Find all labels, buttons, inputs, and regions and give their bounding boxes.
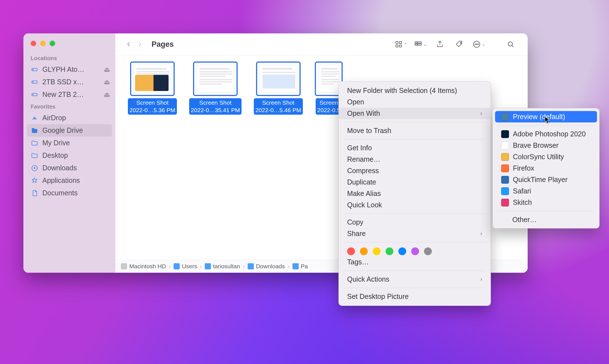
file-thumbnail[interactable] (193, 62, 238, 96)
download-icon (31, 164, 38, 172)
eject-icon[interactable]: ⏏ (104, 78, 110, 86)
sidebar-item-drive[interactable]: GLYPH Ato… ⏏ (23, 63, 115, 76)
menu-separator (344, 288, 486, 288)
svg-rect-16 (418, 42, 422, 43)
submenu-item-firefox[interactable]: Firefox (495, 163, 597, 174)
menu-item-compress[interactable]: Compress (339, 165, 491, 176)
file-item[interactable]: Screen Shot2022-0…35.41 PM (186, 62, 245, 115)
path-segment[interactable]: Users (174, 263, 197, 270)
sidebar-item-downloads[interactable]: Downloads (23, 162, 115, 174)
file-thumbnail[interactable] (130, 62, 175, 96)
path-segment[interactable]: Downloads (248, 263, 285, 270)
context-menu: New Folder with Selection (4 Items) Open… (338, 81, 491, 306)
menu-item-set-desktop-picture[interactable]: Set Desktop Picture (339, 291, 491, 302)
eject-icon[interactable]: ⏏ (104, 90, 110, 99)
menu-item-get-info[interactable]: Get Info (339, 142, 491, 154)
forward-button[interactable] (134, 39, 145, 50)
sidebar-item-my-drive[interactable]: My Drive (23, 137, 115, 149)
app-icon (501, 199, 509, 206)
file-thumbnail[interactable] (256, 62, 301, 96)
sidebar-item-label: AirDrop (42, 114, 110, 122)
menu-separator (344, 213, 486, 214)
tags-button[interactable] (452, 38, 467, 50)
tag-yellow[interactable] (373, 247, 381, 255)
svg-rect-12 (396, 45, 398, 47)
path-label: Users (182, 263, 197, 270)
svg-rect-10 (396, 41, 398, 44)
menu-item-quick-look[interactable]: Quick Look (339, 199, 491, 211)
folder-icon (293, 263, 299, 269)
submenu-item-skitch[interactable]: Skitch (495, 197, 597, 208)
menu-separator (344, 139, 486, 139)
menu-item-share[interactable]: Share› (339, 228, 491, 239)
submenu-item-preview[interactable]: Preview (default) (495, 111, 597, 122)
file-item[interactable]: Screen Shot2022-0…5.36 PM (123, 62, 182, 115)
submenu-item-safari[interactable]: Safari (495, 185, 597, 197)
tag-purple[interactable] (411, 247, 419, 255)
file-item[interactable]: Screen Shot2022-0…5.46 PM (249, 62, 308, 115)
tag-green[interactable] (386, 247, 393, 255)
chevron-right-icon: › (169, 263, 171, 270)
tag-orange[interactable] (360, 247, 368, 255)
menu-item-open-with[interactable]: Open With› (339, 108, 491, 119)
menu-item-move-to-trash[interactable]: Move to Trash (339, 125, 491, 136)
tag-blue[interactable] (398, 247, 406, 255)
eject-icon[interactable]: ⏏ (104, 65, 110, 73)
menu-item-rename[interactable]: Rename… (339, 154, 491, 165)
svg-point-3 (33, 82, 33, 82)
sidebar-item-drive[interactable]: 2TB SSD x… ⏏ (23, 76, 115, 88)
tag-red[interactable] (347, 247, 355, 255)
menu-item-tags[interactable]: Tags… (339, 256, 491, 268)
sidebar-item-applications[interactable]: Applications (23, 174, 115, 187)
submenu-item-quicktime[interactable]: QuickTime Player (495, 174, 597, 185)
submenu-item-photoshop[interactable]: Adobe Photoshop 2020 (495, 128, 597, 140)
app-icon (501, 130, 509, 138)
share-button[interactable] (432, 38, 447, 50)
sidebar-item-documents[interactable]: Documents (23, 187, 115, 199)
minimize-window-button[interactable] (40, 41, 46, 46)
menu-item-open[interactable]: Open (339, 96, 491, 108)
view-icons-button[interactable]: ⌃ (393, 38, 408, 50)
path-segment[interactable]: tariosultan (205, 263, 240, 270)
svg-rect-17 (418, 44, 422, 45)
sidebar-item-drive[interactable]: New 2TB 2… ⏏ (23, 88, 115, 101)
folder-icon (248, 263, 254, 269)
back-button[interactable] (123, 39, 134, 50)
menu-item-make-alias[interactable]: Make Alias (339, 188, 491, 199)
path-segment[interactable]: Macintosh HD (121, 263, 166, 270)
menu-separator (344, 122, 486, 122)
menu-separator (344, 242, 486, 242)
menu-separator (344, 270, 486, 271)
sidebar-item-google-drive[interactable]: Google Drive (27, 124, 112, 137)
menu-item-new-folder-selection[interactable]: New Folder with Selection (4 Items) (339, 85, 491, 96)
submenu-item-other[interactable]: Other… (495, 214, 597, 225)
sidebar-item-airdrop[interactable]: AirDrop (23, 112, 115, 124)
folder-icon (205, 263, 211, 269)
svg-point-18 (460, 42, 461, 43)
close-window-button[interactable] (31, 41, 36, 46)
drive-icon (31, 66, 38, 73)
fullscreen-window-button[interactable] (50, 41, 55, 46)
submenu-item-colorsync[interactable]: ColorSync Utility (495, 151, 597, 163)
path-label: Macintosh HD (129, 263, 166, 270)
applications-icon (31, 177, 38, 185)
tag-gray[interactable] (424, 247, 432, 255)
chevron-right-icon: › (480, 110, 482, 117)
menu-item-duplicate[interactable]: Duplicate (339, 176, 491, 188)
svg-point-22 (478, 44, 479, 45)
path-label: Pa (301, 263, 308, 270)
sidebar-item-desktop[interactable]: Desktop (23, 149, 115, 162)
path-segment[interactable]: Pa (293, 263, 308, 270)
submenu-item-brave[interactable]: Brave Browser (495, 140, 597, 151)
more-button[interactable]: ⌄ (471, 38, 486, 50)
svg-point-1 (33, 69, 33, 70)
menu-item-quick-actions[interactable]: Quick Actions› (339, 274, 491, 285)
path-label: Downloads (256, 263, 285, 270)
folder-icon (174, 263, 180, 269)
chevron-right-icon: › (200, 263, 202, 270)
sidebar-item-label: Google Drive (42, 126, 107, 134)
search-button[interactable] (503, 38, 518, 50)
menu-item-copy[interactable]: Copy (339, 217, 491, 228)
group-button[interactable]: ⌄ (413, 38, 428, 50)
document-icon (31, 189, 38, 197)
